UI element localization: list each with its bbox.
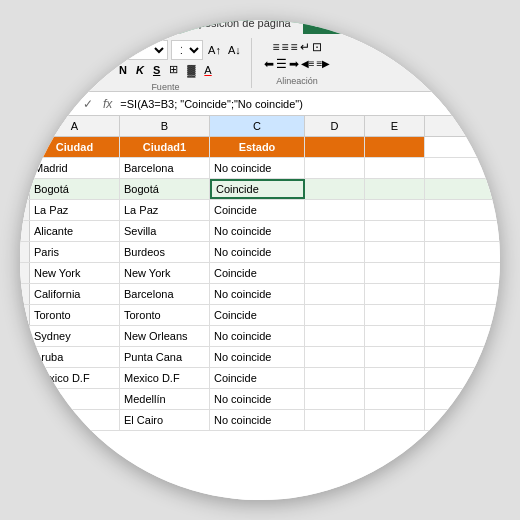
tab-formulas[interactable]: Fór... xyxy=(303,20,352,34)
cell-a-8[interactable]: California xyxy=(30,284,120,304)
cell-e-3[interactable] xyxy=(365,179,425,199)
cell-d-7[interactable] xyxy=(305,263,365,283)
cell-a-4[interactable]: La Paz xyxy=(30,200,120,220)
cell-b-6[interactable]: Burdeos xyxy=(120,242,210,262)
cell-a-6[interactable]: Paris xyxy=(30,242,120,262)
cell-c-11[interactable]: No coincide xyxy=(210,347,305,367)
cell-c-3[interactable]: Coincide xyxy=(210,179,305,199)
cell-d-11[interactable] xyxy=(305,347,365,367)
col-header-b[interactable]: B xyxy=(120,116,210,136)
col-header-c[interactable]: C xyxy=(210,116,305,136)
cell-c-12[interactable]: Coincide xyxy=(210,368,305,388)
cell-c1[interactable]: Estado xyxy=(210,137,305,157)
cell-a-2[interactable]: Madrid xyxy=(30,158,120,178)
cell-b-4[interactable]: La Paz xyxy=(120,200,210,220)
cell-b1[interactable]: Ciudad1 xyxy=(120,137,210,157)
cell-e-4[interactable] xyxy=(365,200,425,220)
cell-b-2[interactable]: Barcelona xyxy=(120,158,210,178)
merge-icon[interactable]: ⊡ xyxy=(312,40,322,54)
cell-e1[interactable] xyxy=(365,137,425,157)
cell-d-14[interactable] xyxy=(305,410,365,430)
col-header-d[interactable]: D xyxy=(305,116,365,136)
cell-b-12[interactable]: Mexico D.F xyxy=(120,368,210,388)
cell-e-8[interactable] xyxy=(365,284,425,304)
align-center-icon[interactable]: ☰ xyxy=(276,57,287,71)
cell-e-9[interactable] xyxy=(365,305,425,325)
cell-c-10[interactable]: No coincide xyxy=(210,326,305,346)
cell-reference-box[interactable]: C3 xyxy=(20,94,59,114)
col-header-e[interactable]: E xyxy=(365,116,425,136)
fill-color-icon[interactable]: ▓ xyxy=(184,63,198,77)
paste-icon[interactable]: 📋 xyxy=(31,40,51,60)
cell-e-2[interactable] xyxy=(365,158,425,178)
indent-increase-icon[interactable]: ≡▶ xyxy=(317,58,331,69)
cell-e-5[interactable] xyxy=(365,221,425,241)
cell-c-6[interactable]: No coincide xyxy=(210,242,305,262)
italic-button[interactable]: K xyxy=(133,60,147,80)
cell-b-11[interactable]: Punta Cana xyxy=(120,347,210,367)
cell-a-5[interactable]: Alicante xyxy=(30,221,120,241)
cell-b-5[interactable]: Sevilla xyxy=(120,221,210,241)
cell-a-11[interactable]: Aruba xyxy=(30,347,120,367)
cell-b-9[interactable]: Toronto xyxy=(120,305,210,325)
border-icon[interactable]: ⊞ xyxy=(166,62,181,77)
cell-d-4[interactable] xyxy=(305,200,365,220)
cell-e-7[interactable] xyxy=(365,263,425,283)
cell-b-3[interactable]: Bogotá xyxy=(120,179,210,199)
cell-a-7[interactable]: New York xyxy=(30,263,120,283)
cell-c-4[interactable]: Coincide xyxy=(210,200,305,220)
cell-a-10[interactable]: Sydney xyxy=(30,326,120,346)
cell-d-8[interactable] xyxy=(305,284,365,304)
cell-c-8[interactable]: No coincide xyxy=(210,284,305,304)
cell-b-10[interactable]: New Orleans xyxy=(120,326,210,346)
cell-a-9[interactable]: Toronto xyxy=(30,305,120,325)
wrap-text-icon[interactable]: ↵ xyxy=(300,40,310,54)
cell-d-3[interactable] xyxy=(305,179,365,199)
col-header-a[interactable]: A xyxy=(30,116,120,136)
align-middle-icon[interactable]: ≡ xyxy=(282,40,289,54)
cell-c-7[interactable]: Coincide xyxy=(210,263,305,283)
cell-e-6[interactable] xyxy=(365,242,425,262)
align-left-icon[interactable]: ⬅ xyxy=(264,57,274,71)
increase-font-icon[interactable]: A↑ xyxy=(206,43,223,57)
cell-c-13[interactable]: No coincide xyxy=(210,389,305,409)
underline-button[interactable]: S xyxy=(150,60,163,80)
cell-c-14[interactable]: No coincide xyxy=(210,410,305,430)
cell-d-2[interactable] xyxy=(305,158,365,178)
cell-a-13[interactable]: Cali xyxy=(30,389,120,409)
tab-disposicion[interactable]: Disposición de página xyxy=(171,20,303,34)
font-color-icon[interactable]: A xyxy=(201,63,214,77)
bold-button[interactable]: N xyxy=(116,60,130,80)
cell-c-5[interactable]: No coincide xyxy=(210,221,305,241)
cell-a-3[interactable]: Bogotá xyxy=(30,179,120,199)
indent-decrease-icon[interactable]: ◀≡ xyxy=(301,58,315,69)
cell-b-8[interactable]: Barcelona xyxy=(120,284,210,304)
cell-c-9[interactable]: Coincide xyxy=(210,305,305,325)
formula-input[interactable] xyxy=(120,98,500,110)
align-right-icon[interactable]: ➡ xyxy=(289,57,299,71)
cell-a1[interactable]: Ciudad xyxy=(30,137,120,157)
cell-b-14[interactable]: El Cairo xyxy=(120,410,210,430)
cell-d-6[interactable] xyxy=(305,242,365,262)
cell-e-11[interactable] xyxy=(365,347,425,367)
align-top-icon[interactable]: ≡ xyxy=(273,40,280,54)
cell-e-13[interactable] xyxy=(365,389,425,409)
cell-b-13[interactable]: Medellín xyxy=(120,389,210,409)
decrease-font-icon[interactable]: A↓ xyxy=(226,43,243,57)
align-bottom-icon[interactable]: ≡ xyxy=(291,40,298,54)
tab-inicio[interactable]: Inicio xyxy=(60,20,110,34)
formula-icon-check[interactable]: ✓ xyxy=(81,97,95,111)
cell-d-5[interactable] xyxy=(305,221,365,241)
cell-b-7[interactable]: New York xyxy=(120,263,210,283)
font-size-selector[interactable]: 11 xyxy=(171,40,203,60)
cell-d-13[interactable] xyxy=(305,389,365,409)
cell-d-10[interactable] xyxy=(305,326,365,346)
cell-c-2[interactable]: No coincide xyxy=(210,158,305,178)
cell-d-9[interactable] xyxy=(305,305,365,325)
cell-d1[interactable] xyxy=(305,137,365,157)
cell-d-12[interactable] xyxy=(305,368,365,388)
cell-a-14[interactable]: El Cairo xyxy=(30,410,120,430)
font-name-selector[interactable]: Calibri xyxy=(88,40,168,60)
cell-e-14[interactable] xyxy=(365,410,425,430)
formula-icon-x[interactable]: ✕ xyxy=(63,97,77,111)
